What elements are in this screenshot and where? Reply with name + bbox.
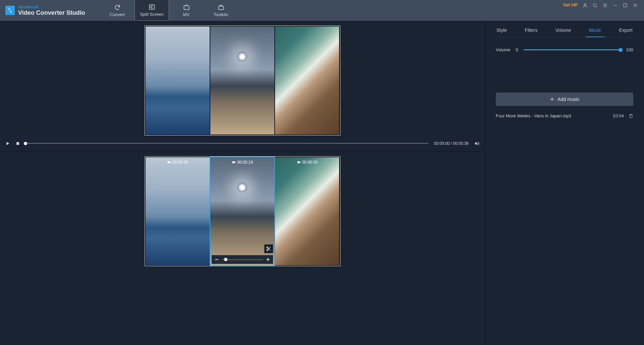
time-current: 00:00:00 (434, 141, 450, 146)
timeline-frame: 00:00:39 00:00:19 (145, 156, 340, 266)
add-music-label: Add music (557, 97, 579, 102)
nav-tab-label: Toolkits (214, 12, 228, 17)
plus-icon (549, 97, 555, 102)
add-music-button[interactable]: Add music (496, 93, 633, 106)
clip-duration: 00:00:39 (172, 160, 188, 165)
trash-icon[interactable] (629, 114, 633, 118)
play-icon[interactable] (5, 141, 10, 146)
timeline-clip-2[interactable]: 00:00:19 (210, 157, 275, 266)
mv-icon (183, 4, 190, 11)
brand-label: Apowersoft (18, 5, 85, 9)
timeline-clip-3[interactable]: 00:00:30 (275, 157, 339, 265)
tab-volume[interactable]: Volume (555, 25, 572, 37)
volume-label: Volume (496, 47, 510, 52)
nav-tab-label: MV (183, 12, 190, 17)
seek-knob[interactable] (24, 142, 27, 145)
svg-rect-4 (218, 6, 223, 9)
music-duration: 03:04 (613, 113, 624, 118)
user-icon[interactable] (582, 3, 588, 8)
minimize-icon[interactable] (612, 3, 618, 8)
zoom-out-icon[interactable] (214, 257, 219, 262)
nav-tabs: Convert Split Screen MV Toolkits (100, 0, 238, 21)
playback-bar: 00:00:00 / 00:00:39 (0, 135, 485, 151)
notification-icon[interactable] (592, 3, 598, 8)
tab-style[interactable]: Style (496, 25, 507, 37)
zoom-knob[interactable] (224, 258, 227, 261)
volume-icon[interactable] (474, 141, 479, 146)
zoom-slider[interactable] (222, 259, 263, 260)
app-header: Apowersoft Video Converter Studio Conver… (0, 0, 644, 21)
tab-music[interactable]: Music (588, 25, 602, 37)
toolkit-icon (218, 4, 224, 11)
stop-icon[interactable] (15, 141, 20, 146)
nav-tab-convert[interactable]: Convert (100, 0, 135, 21)
video-icon (297, 160, 301, 164)
preview-frame (145, 25, 340, 135)
clip-duration: 00:00:30 (302, 160, 318, 165)
svg-rect-12 (624, 4, 627, 7)
refresh-icon (114, 4, 121, 11)
menu-icon[interactable] (602, 3, 608, 8)
cut-button[interactable] (264, 244, 273, 253)
logo-area: Apowersoft Video Converter Studio (0, 0, 100, 21)
nav-tab-label: Split Screen (140, 12, 163, 17)
volume-min: 0 (516, 47, 518, 52)
volume-max: 100 (626, 47, 633, 52)
scissors-icon (266, 246, 271, 251)
get-vip-link[interactable]: Get VIP (563, 3, 578, 7)
music-item[interactable]: Four More Weeks - Vans in Japan.mp3 03:0… (496, 113, 633, 118)
svg-rect-15 (16, 142, 19, 145)
nav-tab-toolkits[interactable]: Toolkits (204, 0, 238, 21)
zoom-in-icon[interactable] (266, 257, 270, 262)
clip-duration: 00:00:19 (237, 160, 253, 165)
clip-header: 00:00:19 (232, 160, 253, 165)
time-total: 00:00:39 (453, 141, 469, 146)
preview-cell-3[interactable] (275, 26, 339, 134)
editor-area: 00:00:00 / 00:00:39 00:00:39 00:00:19 (0, 21, 485, 345)
volume-knob[interactable] (619, 48, 623, 52)
video-icon (167, 160, 171, 164)
zoom-bar (212, 255, 273, 264)
app-logo-icon (5, 6, 15, 15)
logo-text: Apowersoft Video Converter Studio (18, 5, 85, 16)
music-title: Four More Weeks - Vans in Japan.mp3 (496, 113, 613, 118)
close-icon[interactable] (633, 3, 638, 8)
sidebar: Style Filters Volume Music Export Volume… (485, 21, 644, 345)
timeline-panel: 00:00:39 00:00:19 (0, 151, 485, 345)
nav-tab-label: Convert (110, 12, 125, 17)
window-controls: Get VIP (563, 0, 644, 21)
preview-panel: 00:00:00 / 00:00:39 (0, 21, 485, 151)
preview-cell-2[interactable] (210, 26, 274, 134)
preview-cell-1[interactable] (146, 26, 210, 134)
video-icon (232, 160, 236, 164)
time-display: 00:00:00 / 00:00:39 (434, 141, 469, 146)
timeline-clip-1[interactable]: 00:00:39 (146, 157, 210, 265)
tab-export[interactable]: Export (619, 25, 633, 37)
maximize-icon[interactable] (623, 3, 628, 8)
split-screen-icon (149, 4, 155, 10)
nav-tab-mv[interactable]: MV (169, 0, 204, 21)
volume-row: Volume 0 100 (496, 47, 633, 52)
svg-point-5 (584, 4, 586, 5)
clip-header: 00:00:30 (297, 160, 318, 165)
seek-slider[interactable] (25, 143, 429, 144)
sidebar-tabs: Style Filters Volume Music Export (496, 25, 633, 37)
tab-filters[interactable]: Filters (524, 25, 538, 37)
svg-rect-3 (184, 6, 189, 10)
clip-header: 00:00:39 (167, 160, 188, 165)
volume-slider[interactable] (524, 49, 621, 50)
nav-tab-split-screen[interactable]: Split Screen (135, 0, 169, 21)
svg-point-7 (596, 6, 597, 7)
app-title: Video Converter Studio (18, 10, 85, 16)
main-area: 00:00:00 / 00:00:39 00:00:39 00:00:19 (0, 21, 644, 345)
